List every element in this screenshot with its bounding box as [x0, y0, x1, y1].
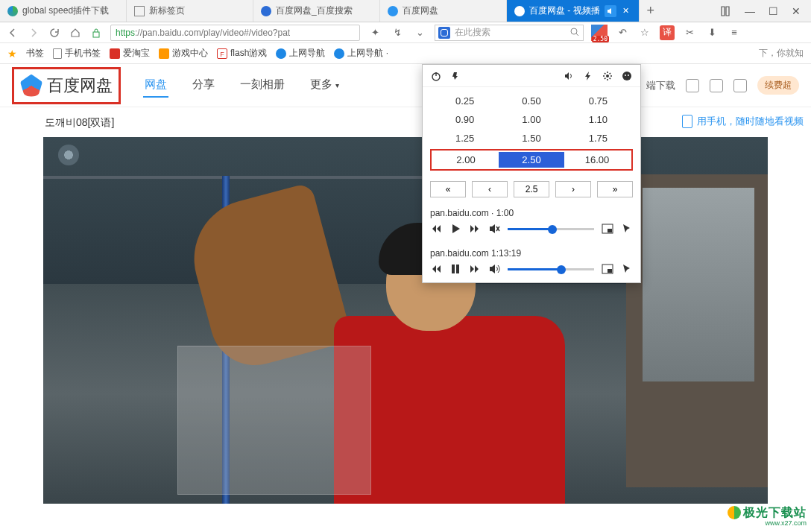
- watermark-icon: [728, 506, 741, 519]
- pip-icon[interactable]: [602, 263, 613, 275]
- play-icon[interactable]: [449, 223, 461, 235]
- speed-current-input[interactable]: 2.5: [514, 181, 549, 197]
- speed-1.10[interactable]: 1.10: [565, 112, 631, 127]
- taobao-icon: [110, 48, 120, 59]
- speed-16.00[interactable]: 16.00: [564, 152, 630, 168]
- tshirt-icon[interactable]: [733, 79, 747, 92]
- new-tab-button[interactable]: +: [640, 3, 662, 19]
- speed-1.25[interactable]: 1.25: [432, 130, 498, 146]
- chevron-down-icon[interactable]: ⌄: [412, 25, 427, 40]
- bookmark-nav2[interactable]: 上网导航 ·: [334, 47, 388, 60]
- favorite-icon[interactable]: ☆: [637, 25, 652, 40]
- skip-back-icon[interactable]: [430, 223, 442, 235]
- wardrobe-icon[interactable]: [719, 5, 731, 17]
- nav-album[interactable]: 一刻相册: [239, 73, 286, 98]
- globalspeed-extension-button[interactable]: 2.50: [591, 25, 608, 41]
- baidupan-header: 百度网盘 网盘 分享 一刻相册 更多 ▾ 端下载 续费超: [0, 64, 811, 107]
- search-icon[interactable]: [570, 28, 580, 37]
- undo-icon[interactable]: ↶: [615, 25, 630, 40]
- bookmark-flashgame[interactable]: Fflash游戏: [217, 47, 267, 60]
- video-player[interactable]: [43, 137, 768, 504]
- speed-0.90[interactable]: 0.90: [432, 112, 498, 127]
- media1-progress-slider[interactable]: [508, 224, 594, 234]
- github-icon[interactable]: [621, 70, 633, 82]
- pin-icon[interactable]: [449, 70, 461, 82]
- skip-fwd-icon[interactable]: [469, 263, 481, 275]
- speed-2.50-selected[interactable]: 2.50: [499, 152, 564, 168]
- volume-on-icon[interactable]: [488, 263, 500, 275]
- address-bar: https://pan.baidu.com/play/video#/video?…: [0, 22, 811, 43]
- clipboard-icon[interactable]: [710, 79, 723, 92]
- bookmark-nav1[interactable]: 上网导航: [276, 47, 325, 60]
- tab-mute-icon[interactable]: [605, 5, 616, 17]
- url-host: ://pan.baidu.com: [135, 28, 201, 38]
- speed-forward-fast-button[interactable]: »: [597, 181, 633, 197]
- bookmark-gamecenter[interactable]: 游戏中心: [159, 47, 208, 60]
- mobile-hint-link[interactable]: 用手机，随时随地看视频: [682, 115, 804, 128]
- back-button[interactable]: [6, 26, 19, 39]
- pause-icon[interactable]: [449, 263, 461, 275]
- mute-icon[interactable]: [488, 223, 500, 235]
- speed-rewind-button[interactable]: ‹: [472, 181, 508, 197]
- logo-highlight-box: 百度网盘: [12, 67, 121, 104]
- tab-label: 百度网盘: [403, 4, 438, 17]
- svg-rect-12: [608, 269, 612, 273]
- cursor-icon[interactable]: [621, 263, 633, 275]
- tab-baidu-search[interactable]: 百度网盘_百度搜索: [253, 0, 380, 22]
- globalspeed-icon: [7, 6, 18, 16]
- cursor-icon[interactable]: [621, 223, 633, 235]
- close-button[interactable]: ✕: [792, 5, 801, 17]
- bookmark-mobile[interactable]: 手机书签: [53, 47, 101, 60]
- speed-1.00[interactable]: 1.00: [498, 112, 564, 127]
- tab-globalspeed[interactable]: global speed插件下载: [0, 0, 127, 22]
- tab-baidu-pan[interactable]: 百度网盘: [380, 0, 507, 22]
- url-input[interactable]: https://pan.baidu.com/play/video#/video?…: [110, 25, 360, 41]
- speed-forward-button[interactable]: ›: [555, 181, 591, 197]
- skip-fwd-icon[interactable]: [469, 223, 481, 235]
- bookmark-aitaobao[interactable]: 爱淘宝: [110, 47, 150, 60]
- baidupan-logo[interactable]: 百度网盘: [20, 75, 113, 97]
- media2-progress-slider[interactable]: [508, 264, 594, 274]
- menu-icon[interactable]: ≡: [727, 25, 742, 40]
- maximize-button[interactable]: ☐: [769, 5, 778, 17]
- speed-0.25[interactable]: 0.25: [432, 93, 498, 109]
- tab-close-button[interactable]: ✕: [621, 6, 631, 16]
- tab-baidu-pan-video[interactable]: 百度网盘 - 视频播 ✕: [507, 0, 640, 22]
- compat-icon[interactable]: ↯: [390, 25, 405, 40]
- pip-icon[interactable]: [602, 223, 613, 235]
- reload-button[interactable]: [48, 26, 61, 39]
- speed-0.50[interactable]: 0.50: [498, 93, 564, 109]
- speed-1.50[interactable]: 1.50: [498, 130, 564, 146]
- speed-rewind-fast-button[interactable]: «: [430, 181, 466, 197]
- media-section-1: pan.baidu.com · 1:00: [423, 202, 640, 242]
- minimize-button[interactable]: —: [745, 5, 755, 17]
- home-button[interactable]: [69, 26, 82, 39]
- power-icon[interactable]: [430, 70, 442, 82]
- nav-netdisk[interactable]: 网盘: [143, 73, 168, 98]
- gear-icon[interactable]: [602, 70, 613, 82]
- scissors-icon[interactable]: ✂: [682, 25, 697, 40]
- star-icon[interactable]: ★: [7, 48, 17, 60]
- volume-icon[interactable]: [563, 70, 575, 82]
- nav-share[interactable]: 分享: [191, 73, 216, 98]
- search-input[interactable]: 在此搜索: [435, 25, 584, 41]
- speed-2.00[interactable]: 2.00: [433, 152, 499, 168]
- wand-icon[interactable]: ✦: [367, 25, 382, 40]
- speed-0.75[interactable]: 0.75: [565, 93, 631, 109]
- download-icon[interactable]: ⬇: [704, 25, 719, 40]
- lightning-icon[interactable]: [582, 70, 594, 82]
- translate-button[interactable]: 译: [660, 25, 675, 40]
- bell-icon[interactable]: [686, 79, 699, 92]
- grid-icon: [134, 6, 145, 16]
- skip-back-icon[interactable]: [430, 263, 442, 275]
- vip-renew-button[interactable]: 续费超: [757, 76, 799, 95]
- lock-icon[interactable]: [89, 26, 103, 39]
- tab-newtab[interactable]: 新标签页: [127, 0, 253, 22]
- pan-nav: 网盘 分享 一刻相册 更多 ▾: [143, 73, 341, 98]
- ie-icon: [334, 48, 344, 59]
- client-download-link[interactable]: 端下载: [646, 79, 675, 92]
- forward-button[interactable]: [27, 26, 40, 39]
- nav-more[interactable]: 更多 ▾: [309, 73, 341, 98]
- speed-1.75[interactable]: 1.75: [565, 130, 631, 146]
- bookmark-bookmarks[interactable]: 书签: [26, 47, 44, 60]
